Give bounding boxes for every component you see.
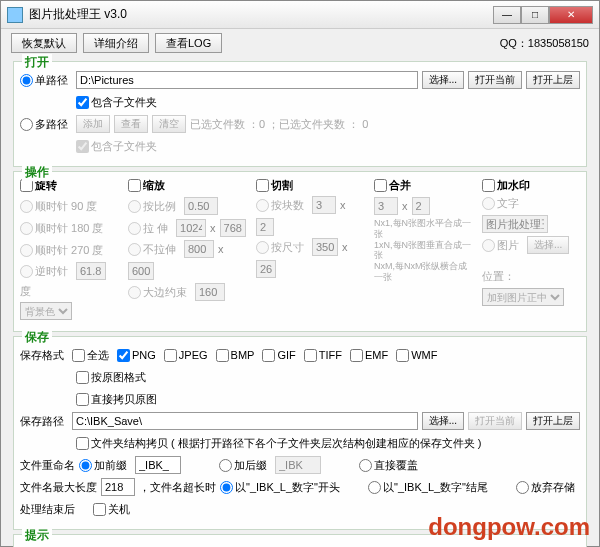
jpeg-check[interactable]: JPEG: [164, 349, 208, 362]
open-parent-button[interactable]: 打开上层: [526, 71, 580, 89]
maximize-button[interactable]: □: [521, 6, 549, 24]
bynum-1: [312, 196, 336, 214]
merge-check[interactable]: 合并: [374, 178, 411, 193]
wm-text-input: [482, 215, 548, 233]
cw180-radio: 顺时针 180 度: [20, 221, 103, 236]
suffix-radio[interactable]: 加后缀: [219, 458, 267, 473]
bysize-2: [256, 260, 276, 278]
toolbar: 恢复默认 详细介绍 查看LOG QQ：1835058150: [1, 29, 599, 57]
stretch-w: [176, 219, 206, 237]
gif-check[interactable]: GIF: [262, 349, 295, 362]
nostretch-h: [128, 262, 154, 280]
copy-structure-check[interactable]: 文件夹结构拷贝 ( 根据打开路径下各个子文件夹层次结构创建相应的保存文件夹 ): [76, 436, 482, 451]
startwith-radio[interactable]: 以"_IBK_L_数字"开头: [220, 480, 340, 495]
rename-label: 文件重命名: [20, 458, 75, 473]
prefix-radio[interactable]: 加前缀: [79, 458, 127, 473]
cut-check[interactable]: 切割: [256, 178, 293, 193]
nostretch-w: [184, 240, 214, 258]
bysize-radio: 按尺寸: [256, 240, 304, 255]
hint-group: 提示: [13, 534, 587, 547]
include-subfolders-multi-check: 包含子文件夹: [76, 139, 157, 154]
save-group: 保存 保存格式 全选 PNG JPEG BMP GIF TIFF EMF WMF…: [13, 336, 587, 530]
operation-title: 操作: [22, 164, 52, 181]
save-browse-button[interactable]: 选择...: [422, 412, 464, 430]
prefix-input[interactable]: [135, 456, 181, 474]
format-label: 保存格式: [20, 348, 68, 363]
minimize-button[interactable]: —: [493, 6, 521, 24]
open-title: 打开: [22, 54, 52, 71]
scale-check[interactable]: 缩放: [128, 178, 165, 193]
merge-1: [374, 197, 398, 215]
file-count-status: 已选文件数 ：0 ；已选文件夹数 ： 0: [190, 117, 368, 132]
cw270-radio: 顺时针 270 度: [20, 243, 103, 258]
all-check[interactable]: 全选: [72, 348, 109, 363]
approx-radio: 大边约束: [128, 285, 187, 300]
include-subfolders-check[interactable]: 包含子文件夹: [76, 95, 157, 110]
restore-defaults-button[interactable]: 恢复默认: [11, 33, 77, 53]
shutdown-check[interactable]: 关机: [93, 502, 130, 517]
bgcolor-select: 背景色: [20, 302, 72, 320]
save-open-current-button: 打开当前: [468, 412, 522, 430]
approx-input: [195, 283, 225, 301]
clear-button: 清空: [152, 115, 186, 133]
watermark-check[interactable]: 加水印: [482, 178, 530, 193]
wm-text-radio: 文字: [482, 196, 519, 211]
open-current-button[interactable]: 打开当前: [468, 71, 522, 89]
window-title: 图片批处理王 v3.0: [29, 6, 493, 23]
detail-button[interactable]: 详细介绍: [83, 33, 149, 53]
wmf-check[interactable]: WMF: [396, 349, 437, 362]
browse-button[interactable]: 选择...: [422, 71, 464, 89]
bmp-check[interactable]: BMP: [216, 349, 255, 362]
suffix-input: [275, 456, 321, 474]
merge-hint3: NxM,每NxM张纵横合成一张: [374, 261, 474, 283]
titlebar: 图片批处理王 v3.0 — □ ✕: [1, 1, 599, 29]
nostretch-radio: 不拉伸: [128, 242, 176, 257]
bynum-2: [256, 218, 274, 236]
save-open-parent-button[interactable]: 打开上层: [526, 412, 580, 430]
qq-label: QQ：1835058150: [500, 36, 589, 51]
add-button: 添加: [76, 115, 110, 133]
wm-browse-button: 选择...: [527, 236, 569, 254]
wm-img-radio: 图片: [482, 238, 519, 253]
after-label: 处理结束后: [20, 502, 75, 517]
close-button[interactable]: ✕: [549, 6, 593, 24]
save-path-input[interactable]: [72, 412, 418, 430]
ratio-radio: 按比例: [128, 199, 176, 214]
ratio-input: [184, 197, 218, 215]
bynum-radio: 按块数: [256, 198, 304, 213]
stretch-h: [220, 219, 246, 237]
icon-placeholder: [7, 7, 23, 23]
single-path-radio[interactable]: 单路径: [20, 73, 68, 88]
maxlen-label: 文件名最大长度: [20, 480, 97, 495]
ccw-radio: 逆时针: [20, 264, 68, 279]
view-button: 查看: [114, 115, 148, 133]
operation-group: 操作 旋转 顺时针 90 度 顺时针 180 度 顺时针 270 度 逆时针度 …: [13, 171, 587, 332]
merge-hint1: Nx1,每N张图水平合成一张: [374, 218, 474, 240]
maxlen-input[interactable]: [101, 478, 135, 496]
merge-2: [412, 197, 430, 215]
endwith-radio[interactable]: 以"_IBK_L_数字"结尾: [368, 480, 488, 495]
hint-title: 提示: [22, 527, 52, 544]
onexceed-label: ，文件名超长时: [139, 480, 216, 495]
wm-pos-select: 加到图片正中: [482, 288, 564, 306]
orig-format-check[interactable]: 按原图格式: [76, 370, 146, 385]
save-title: 保存: [22, 329, 52, 346]
open-group: 打开 单路径 选择... 打开当前 打开上层 包含子文件夹 多路径 添加 查看 …: [13, 61, 587, 167]
tiff-check[interactable]: TIFF: [304, 349, 342, 362]
save-path-label: 保存路径: [20, 414, 68, 429]
png-check[interactable]: PNG: [117, 349, 156, 362]
merge-hint2: 1xN,每N张图垂直合成一张: [374, 240, 474, 262]
emf-check[interactable]: EMF: [350, 349, 388, 362]
view-log-button[interactable]: 查看LOG: [155, 33, 222, 53]
overwrite-radio[interactable]: 直接覆盖: [359, 458, 418, 473]
multi-path-radio[interactable]: 多路径: [20, 117, 68, 132]
path-input[interactable]: [76, 71, 418, 89]
ccw-input: [76, 262, 106, 280]
bysize-1: [312, 238, 338, 256]
stretch-radio: 拉 伸: [128, 221, 168, 236]
discard-radio[interactable]: 放弃存储: [516, 480, 575, 495]
direct-copy-check[interactable]: 直接拷贝原图: [76, 392, 157, 407]
cw90-radio: 顺时针 90 度: [20, 199, 97, 214]
